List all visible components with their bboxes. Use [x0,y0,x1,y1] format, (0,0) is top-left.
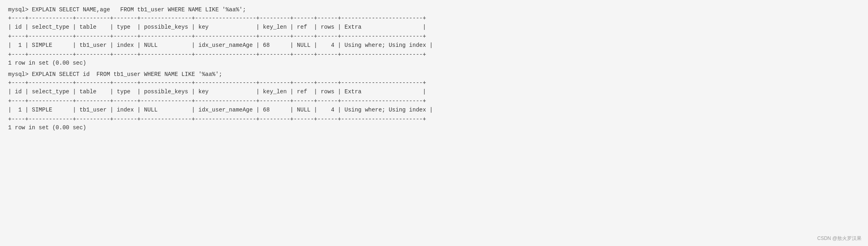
table-1: +----+-------------+----------+-------+-… [8,14,860,59]
query-block-1: mysql> EXPLAIN SELECT NAME,age FROM tb1_… [8,6,860,66]
result-line-1: 1 row in set (0.00 sec) [8,60,860,66]
command-line-2: mysql> EXPLAIN SELECT id FROM tb1_user W… [8,71,860,78]
table-2: +----+-------------+----------+-------+-… [8,78,860,124]
watermark: CSDN @敖火罗汉果 [817,235,862,242]
result-line-2: 1 row in set (0.00 sec) [8,124,860,131]
command-line-1: mysql> EXPLAIN SELECT NAME,age FROM tb1_… [8,6,860,13]
query-block-2: mysql> EXPLAIN SELECT id FROM tb1_user W… [8,71,860,131]
